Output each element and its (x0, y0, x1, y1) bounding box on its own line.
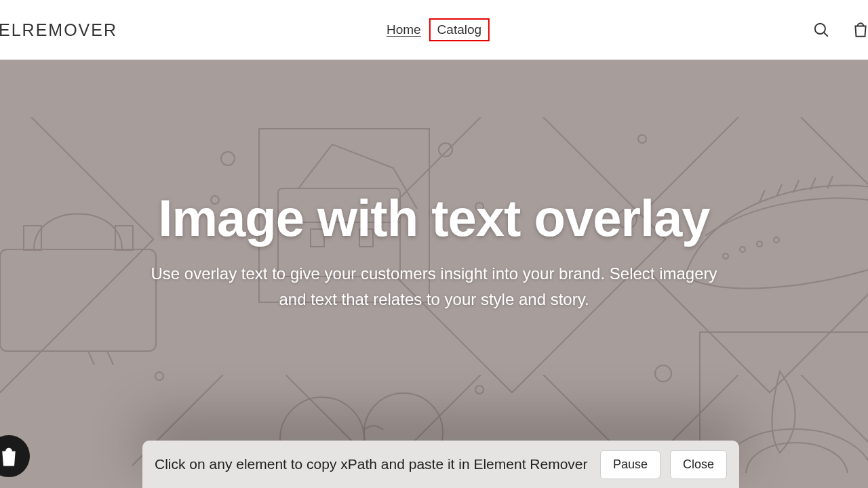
search-button[interactable] (808, 17, 834, 43)
hero-text: Image with text overlay Use overlay text… (108, 188, 760, 311)
bag-icon (852, 21, 868, 39)
pause-button[interactable]: Pause (600, 450, 660, 479)
close-button[interactable]: Close (670, 450, 727, 479)
site-header: ELREMOVER Home Catalog (0, 0, 868, 60)
nav-catalog[interactable]: Catalog (429, 18, 490, 41)
header-actions (808, 17, 868, 43)
shopify-bag-icon (0, 445, 19, 468)
site-logo: ELREMOVER (0, 20, 117, 40)
hero-title: Image with text overlay (136, 188, 732, 247)
svg-point-0 (815, 24, 825, 34)
svg-line-1 (824, 33, 828, 37)
search-icon (812, 21, 830, 39)
cart-button[interactable] (848, 17, 868, 43)
main-nav: Home Catalog (378, 18, 490, 41)
toolbar-message: Click on any element to copy xPath and p… (155, 456, 591, 472)
element-remover-toolbar: Click on any element to copy xPath and p… (142, 441, 739, 488)
svg-point-19 (774, 237, 779, 243)
hero-section: Image with text overlay Use overlay text… (0, 60, 868, 488)
nav-home[interactable]: Home (378, 18, 429, 41)
svg-rect-14 (24, 226, 41, 250)
hero-subtitle: Use overlay text to give your customers … (136, 261, 732, 311)
